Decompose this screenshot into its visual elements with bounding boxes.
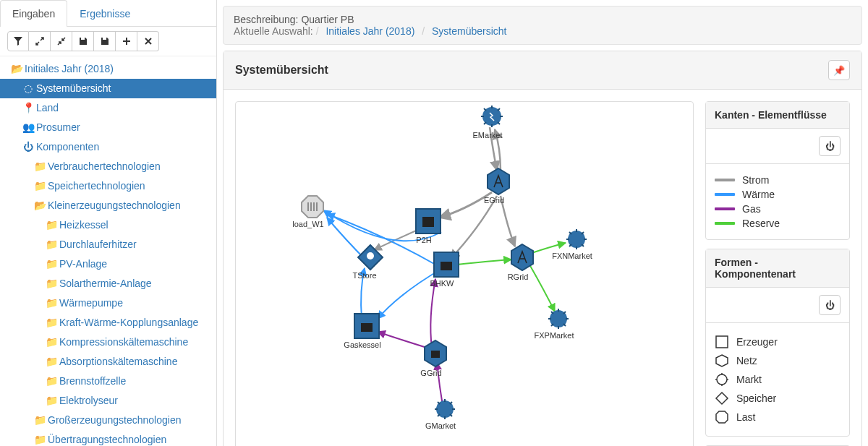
sidebar: Eingaben Ergebnisse 📂Initiales Jahr (201… (0, 0, 217, 446)
svg-marker-60 (716, 393, 728, 404)
crumb-year[interactable]: Initiales Jahr (2018) (326, 25, 414, 37)
node-egrid[interactable] (488, 168, 509, 194)
folder-icon: 📁 (46, 299, 56, 309)
svg-line-36 (551, 312, 553, 314)
shape-erzeuger-icon (715, 335, 729, 349)
svg-line-30 (582, 232, 584, 234)
tree: 📂Initiales Jahr (2018) ◌Systemübersicht … (0, 56, 216, 446)
label-rgrid: RGrid (508, 273, 529, 281)
tree-waermepumpe[interactable]: 📁Wärmepumpe (0, 293, 216, 313)
sidebar-tabs: Eingaben Ergebnisse (0, 0, 216, 27)
add-button[interactable] (116, 31, 137, 51)
expand-button[interactable] (29, 31, 51, 51)
node-gmarket[interactable] (435, 399, 455, 419)
tree-durchlauf[interactable]: 📁Durchlauferhitzer (0, 235, 216, 254)
folder-icon: 📁 (35, 416, 45, 426)
tree-heizkessel[interactable]: 📁Heizkessel (0, 215, 216, 235)
tree-komponenten[interactable]: ⏻Komponenten (0, 137, 216, 157)
tree-prosumer[interactable]: 👥Prosumer (0, 118, 216, 137)
tree-gross[interactable]: 📁Großerzeugungstechnologien (0, 411, 216, 430)
crumb-system[interactable]: Systemübersicht (432, 25, 506, 37)
shape-speicher-icon (715, 391, 729, 406)
legend-reserve-swatch (715, 222, 735, 225)
card-shapes: Formen - Komponentenart ⏻ Erzeuger Netz … (705, 249, 850, 437)
tree-klein[interactable]: 📂Kleinerzeugungstechnologien (0, 196, 216, 215)
tree-uebertragung[interactable]: 📁Übertragungstechnologien (0, 430, 216, 446)
node-fxnmarket[interactable] (566, 229, 587, 249)
node-load-w1[interactable] (302, 196, 323, 218)
tree-land[interactable]: 📍Land (0, 98, 216, 118)
node-tstore[interactable] (358, 245, 383, 270)
folder-icon: 📁 (35, 435, 45, 445)
svg-line-29 (569, 244, 571, 246)
svg-line-51 (438, 414, 440, 416)
tree-kompression[interactable]: 📁Kompressionskältemaschine (0, 333, 216, 352)
svg-line-37 (563, 324, 566, 326)
save1-button[interactable] (72, 31, 94, 51)
svg-marker-9 (488, 168, 509, 194)
shape-netz-icon (715, 353, 729, 368)
panel-title: Systemübersicht (235, 64, 328, 77)
card-edges-toggle[interactable]: ⏻ (819, 136, 841, 156)
pin-icon: 📌 (833, 65, 845, 76)
tree-root[interactable]: 📂Initiales Jahr (2018) (0, 59, 216, 79)
svg-rect-41 (361, 323, 373, 332)
graph-area[interactable]: EMarket EGrid P2H load_W1 TStore BHKW RG… (235, 101, 694, 446)
power-icon: ⏻ (825, 300, 835, 311)
svg-line-38 (551, 324, 553, 326)
card-shapes-title: Formen - Komponentenart (715, 257, 841, 280)
description-label: Beschreibung: (234, 14, 299, 25)
node-emarket[interactable] (481, 106, 503, 127)
legend-reserve: Reserve (742, 218, 780, 229)
svg-line-8 (498, 108, 500, 111)
card-edges: Kanten - Elementflüsse ⏻ Strom Wärme Gas… (705, 101, 850, 240)
delete-button[interactable] (137, 31, 159, 51)
pin-button[interactable]: 📌 (828, 60, 850, 80)
folder-icon: 📁 (46, 396, 56, 406)
folder-open-icon: 📂 (12, 64, 22, 74)
svg-line-5 (484, 108, 486, 111)
tree-system[interactable]: ◌Systemübersicht (0, 79, 216, 98)
tree-solarthermie[interactable]: 📁Solarthermie-Anlage (0, 274, 216, 293)
node-gaskessel[interactable] (354, 314, 379, 338)
label-gaskessel: Gaskessel (344, 340, 380, 349)
tree-pv[interactable]: 📁PV-Anlage (0, 254, 216, 274)
side-panels: Kanten - Elementflüsse ⏻ Strom Wärme Gas… (705, 101, 850, 446)
main: Beschreibung: Quartier PB Aktuelle Auswa… (217, 0, 868, 446)
label-tstore: TStore (352, 271, 376, 280)
svg-point-18 (367, 252, 374, 260)
tree-absorption[interactable]: 📁Absorptionskältemaschine (0, 352, 216, 372)
svg-rect-53 (716, 336, 728, 348)
tree-kwk[interactable]: 📁Kraft-Wärme-Kopplungsanlage (0, 313, 216, 333)
svg-marker-12 (302, 196, 323, 218)
save2-button[interactable] (94, 31, 116, 51)
svg-line-28 (582, 244, 584, 246)
tree-verbraucher[interactable]: 📁Verbrauchertechnologien (0, 157, 216, 176)
label-fxpmarket: FXPMarket (534, 331, 574, 340)
node-p2h[interactable] (416, 209, 441, 233)
node-bhkw[interactable] (434, 252, 459, 277)
card-shapes-toggle[interactable]: ⏻ (819, 295, 841, 315)
tree-brennstoff[interactable]: 📁Brennstoffzelle (0, 372, 216, 391)
tree-elektrolyseur[interactable]: 📁Elektrolyseur (0, 391, 216, 411)
header-bar: Beschreibung: Quartier PB Aktuelle Auswa… (223, 6, 862, 45)
node-rgrid[interactable] (511, 244, 533, 270)
users-icon: 👥 (23, 123, 33, 133)
node-fxpmarket[interactable] (548, 309, 569, 329)
shape-speicher: Speicher (736, 393, 776, 404)
svg-line-6 (498, 122, 500, 124)
folder-icon: 📁 (46, 279, 56, 289)
collapse-button[interactable] (51, 31, 72, 51)
node-ggrid[interactable] (425, 340, 446, 366)
shape-markt-icon (715, 372, 729, 387)
tree-speicher[interactable]: 📁Speichertechnologien (0, 176, 216, 196)
folder-icon: 📁 (46, 357, 56, 367)
tab-results[interactable]: Ergebnisse (67, 0, 142, 27)
tab-inputs[interactable]: Eingaben (0, 0, 67, 27)
target-icon: ◌ (23, 84, 33, 94)
filter-button[interactable] (7, 31, 29, 51)
label-emarket: EMarket (473, 131, 503, 140)
panel: Systemübersicht 📌 (223, 51, 862, 446)
card-edges-title: Kanten - Elementflüsse (715, 109, 827, 121)
power-icon: ⏻ (825, 141, 835, 152)
